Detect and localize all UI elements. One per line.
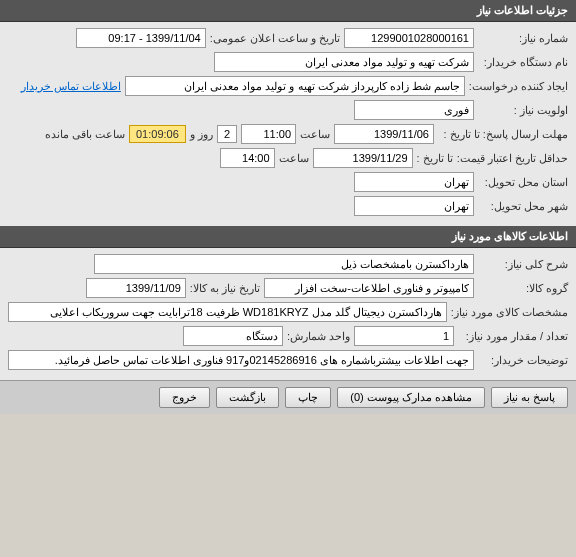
row-min-validity: حداقل تاریخ اعتبار قیمت: تا تاریخ : ساعت	[8, 148, 568, 168]
row-spec: مشخصات کالای مورد نیاز:	[8, 302, 568, 322]
exit-button[interactable]: خروج	[159, 387, 210, 408]
days-box: 2	[217, 125, 237, 143]
min-validity-date-input[interactable]	[313, 148, 413, 168]
row-qty: تعداد / مقدار مورد نیاز: واحد شمارش:	[8, 326, 568, 346]
days-label: روز و	[190, 128, 213, 141]
row-deadline: مهلت ارسال پاسخ: تا تاریخ : ساعت 2 روز و…	[8, 124, 568, 144]
section1-header: جزئیات اطلاعات نیاز	[0, 0, 576, 22]
row-general-desc: شرح کلی نیاز:	[8, 254, 568, 274]
city-input[interactable]	[354, 196, 474, 216]
min-validity-label: حداقل تاریخ اعتبار قیمت:	[457, 152, 568, 165]
general-desc-input[interactable]	[94, 254, 474, 274]
group-input[interactable]	[264, 278, 474, 298]
qty-input[interactable]	[354, 326, 454, 346]
buyer-notes-label: توضیحات خریدار:	[478, 354, 568, 367]
deadline-label: مهلت ارسال پاسخ: تا تاریخ :	[438, 128, 568, 141]
remain-label: ساعت باقی مانده	[45, 128, 125, 141]
deadline-time-input[interactable]	[241, 124, 296, 144]
row-request-number: شماره نیاز: تاریخ و ساعت اعلان عمومی:	[8, 28, 568, 48]
need-date-input[interactable]	[86, 278, 186, 298]
reply-button[interactable]: پاسخ به نیاز	[491, 387, 568, 408]
deadline-time-label: ساعت	[300, 128, 330, 141]
unit-label: واحد شمارش:	[287, 330, 350, 343]
province-label: استان محل تحویل:	[478, 176, 568, 189]
request-number-label: شماره نیاز:	[478, 32, 568, 45]
qty-label: تعداد / مقدار مورد نیاز:	[458, 330, 568, 343]
section1-body: شماره نیاز: تاریخ و ساعت اعلان عمومی: نا…	[0, 22, 576, 226]
row-priority: اولویت نیاز :	[8, 100, 568, 120]
row-buyer-notes: توضیحات خریدار:	[8, 350, 568, 370]
row-city: شهر محل تحویل:	[8, 196, 568, 216]
deadline-date-input[interactable]	[334, 124, 434, 144]
back-button[interactable]: بازگشت	[216, 387, 279, 408]
view-docs-button[interactable]: مشاهده مدارک پیوست (0)	[337, 387, 485, 408]
button-bar: پاسخ به نیاز مشاهده مدارک پیوست (0) چاپ …	[0, 380, 576, 414]
buyer-input[interactable]	[214, 52, 474, 72]
row-province: استان محل تحویل:	[8, 172, 568, 192]
row-creator: ایجاد کننده درخواست: اطلاعات تماس خریدار	[8, 76, 568, 96]
buyer-contact-link[interactable]: اطلاعات تماس خریدار	[21, 80, 121, 93]
section2-header: اطلاعات کالاهای مورد نیاز	[0, 226, 576, 248]
creator-label: ایجاد کننده درخواست:	[469, 80, 568, 93]
section2-body: شرح کلی نیاز: گروه کالا: تاریخ نیاز به ک…	[0, 248, 576, 380]
request-number-input[interactable]	[344, 28, 474, 48]
announce-label: تاریخ و ساعت اعلان عمومی:	[210, 32, 340, 45]
general-desc-label: شرح کلی نیاز:	[478, 258, 568, 271]
province-input[interactable]	[354, 172, 474, 192]
buyer-notes-input[interactable]	[8, 350, 474, 370]
print-button[interactable]: چاپ	[285, 387, 331, 408]
buyer-label: نام دستگاه خریدار:	[478, 56, 568, 69]
spec-label: مشخصات کالای مورد نیاز:	[451, 306, 568, 319]
group-label: گروه کالا:	[478, 282, 568, 295]
min-validity-time-label: ساعت	[279, 152, 309, 165]
min-validity-time-input[interactable]	[220, 148, 275, 168]
priority-label: اولویت نیاز :	[478, 104, 568, 117]
city-label: شهر محل تحویل:	[478, 200, 568, 213]
min-validity-label2: تا تاریخ :	[417, 152, 453, 165]
announce-input[interactable]	[76, 28, 206, 48]
creator-input[interactable]	[125, 76, 465, 96]
row-group: گروه کالا: تاریخ نیاز به کالا:	[8, 278, 568, 298]
need-date-label: تاریخ نیاز به کالا:	[190, 282, 260, 295]
unit-input[interactable]	[183, 326, 283, 346]
row-buyer: نام دستگاه خریدار:	[8, 52, 568, 72]
spec-input[interactable]	[8, 302, 447, 322]
priority-input[interactable]	[354, 100, 474, 120]
countdown-timer: 01:09:06	[129, 125, 186, 143]
